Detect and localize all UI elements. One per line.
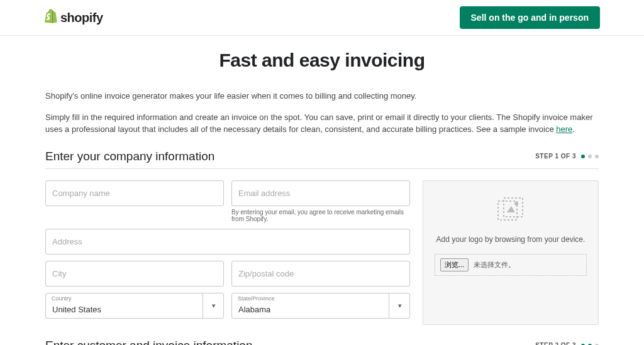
email-field[interactable] — [231, 180, 410, 206]
company-fields: By entering your email, you agree to rec… — [45, 180, 410, 325]
browse-button[interactable]: 浏览... — [440, 258, 469, 271]
upload-hint: Add your logo by browsing from your devi… — [435, 235, 587, 244]
country-select[interactable]: Country ▾ — [45, 293, 224, 319]
file-chooser-row: 浏览... 未选择文件。 — [435, 254, 587, 276]
company-form: By entering your email, you agree to rec… — [45, 180, 599, 325]
brand-logo[interactable]: shopify — [44, 9, 103, 26]
sell-cta-button[interactable]: Sell on the go and in person — [460, 6, 600, 29]
dot — [588, 155, 592, 158]
address-field[interactable] — [45, 229, 410, 255]
city-field[interactable] — [45, 261, 224, 287]
dot — [581, 155, 585, 158]
svg-point-3 — [514, 202, 518, 205]
main-content: Shopify's online invoice generator makes… — [39, 90, 605, 345]
image-placeholder-icon — [497, 197, 524, 224]
sample-invoice-link[interactable]: here — [556, 124, 572, 134]
section1-title: Enter your company information — [45, 150, 214, 163]
section2-title: Enter customer and invoice information — [45, 339, 253, 346]
email-helper-text: By entering your email, you agree to rec… — [231, 209, 410, 222]
step-indicator-1: STEP 1 OF 3 — [535, 153, 599, 160]
section1-header: Enter your company information STEP 1 OF… — [45, 150, 599, 169]
step-indicator-2: STEP 2 OF 3 — [535, 342, 599, 345]
intro-paragraph-2: Simply fill in the required information … — [45, 111, 599, 136]
step1-label: STEP 1 OF 3 — [535, 153, 576, 160]
state-select[interactable]: State/Province ▾ — [231, 293, 410, 319]
company-name-field[interactable] — [45, 180, 224, 206]
zip-field[interactable] — [231, 261, 410, 287]
intro-paragraph-1: Shopify's online invoice generator makes… — [45, 90, 599, 102]
country-value[interactable] — [45, 293, 224, 319]
brand-name: shopify — [60, 11, 103, 25]
section2-header: Enter customer and invoice information S… — [45, 339, 599, 346]
step1-dots — [581, 155, 599, 158]
page-title: Fast and easy invoicing — [0, 50, 644, 71]
step2-label: STEP 2 OF 3 — [535, 342, 576, 345]
top-header: shopify Sell on the go and in person — [0, 0, 644, 36]
state-label: State/Province — [238, 295, 275, 302]
country-label: Country — [52, 295, 72, 302]
shopify-bag-icon — [44, 9, 58, 26]
svg-marker-2 — [507, 206, 515, 212]
logo-upload-panel: Add your logo by browsing from your devi… — [423, 180, 599, 325]
dot — [595, 155, 599, 158]
file-status-text: 未选择文件。 — [474, 260, 515, 270]
